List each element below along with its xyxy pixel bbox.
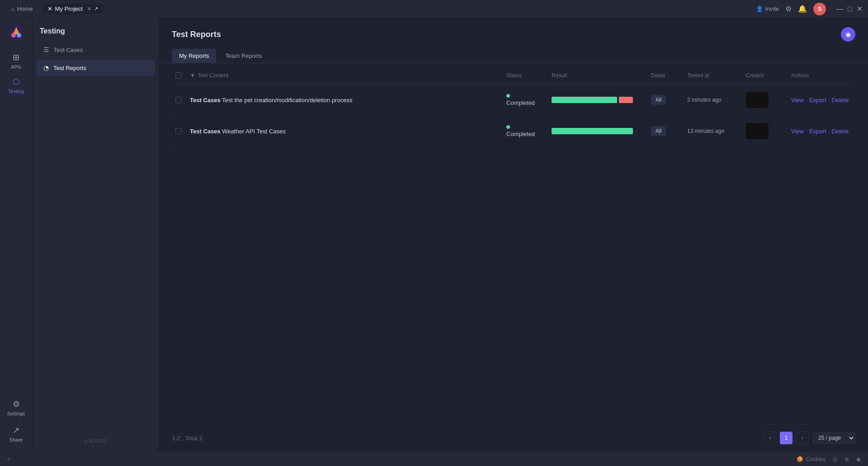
sidebar-item-share[interactable]: ↗ Share — [7, 422, 25, 446]
tab-my-reports[interactable]: My Reports — [172, 49, 216, 63]
test-cases-label: Test Cases — [54, 47, 83, 53]
row2-checkbox-cell — [172, 116, 186, 147]
header-actions: Actions — [788, 67, 855, 85]
cookies-button[interactable]: 🍪 Cookies — [797, 456, 826, 462]
project-tab[interactable]: ✕ My Project ✕ ↗ — [42, 4, 104, 14]
invite-icon: 👤 — [756, 5, 763, 12]
avatar-initial: S — [818, 5, 822, 12]
tab-icon: ✕ — [47, 5, 52, 12]
app-body: ⊞ APIs ⬡ Testing ⚙ Settings ↗ Share Test… — [0, 18, 868, 452]
testing-icon: ⬡ — [13, 77, 20, 87]
row2-view-link[interactable]: View — [791, 128, 804, 135]
table-area: ▼ Test Content Status Result Detail — [159, 63, 868, 424]
test-reports-icon: ◔ — [43, 64, 49, 71]
row1-checkbox[interactable] — [175, 97, 182, 103]
bell-icon[interactable]: 🔔 — [798, 5, 807, 13]
header-result: Result — [548, 67, 647, 85]
collapse-sidebar-button[interactable]: « — [7, 456, 10, 462]
header-detail: Detail — [647, 67, 684, 85]
project-tab-label: My Project — [55, 5, 83, 12]
cookies-icon: 🍪 — [797, 456, 803, 462]
row2-status-dot — [506, 125, 510, 129]
table-row: Test Cases Test the pet creation/modific… — [172, 85, 855, 116]
invite-button[interactable]: 👤 Invite — [756, 5, 779, 12]
header-tested-at: Tested at — [684, 67, 742, 85]
home-icon: ⌂ — [11, 5, 14, 12]
row1-rest-label: Test the pet creation/modification/delet… — [222, 97, 352, 104]
row1-delete-link[interactable]: Delete — [832, 97, 849, 104]
row1-view-link[interactable]: View — [791, 97, 804, 104]
icon-sidebar: ⊞ APIs ⬡ Testing ⚙ Settings ↗ Share — [0, 18, 33, 452]
row1-bold-label: Test Cases — [190, 97, 221, 104]
next-page-button[interactable]: › — [796, 432, 809, 444]
titlebar-right: 👤 Invite ⚙ 🔔 S — □ ✕ — [756, 3, 863, 15]
maximize-button[interactable]: □ — [848, 5, 852, 13]
row2-tested-at: 13 minutes ago — [684, 116, 742, 147]
app-logo[interactable] — [7, 24, 25, 42]
row2-detail-button[interactable]: All — [651, 126, 666, 136]
home-tab-label: Home — [17, 5, 33, 12]
pagination-bar: 1-2 , Total 2 ‹ 1 › 25 / page 50 / page … — [159, 424, 868, 452]
chevron-down-icon[interactable]: ▼ — [190, 72, 195, 79]
test-reports-label: Test Reports — [53, 65, 86, 71]
page-1-button[interactable]: 1 — [780, 432, 793, 444]
close-tab-icon[interactable]: ✕ — [87, 6, 91, 12]
row1-tested-at-text: 2 minutes ago — [687, 97, 721, 103]
row1-creator — [742, 85, 788, 116]
row1-export-link[interactable]: Export — [809, 97, 826, 104]
share-icon: ↗ — [13, 425, 19, 435]
header-avatar[interactable]: ◉ — [841, 27, 855, 42]
row1-bar-green — [552, 97, 617, 103]
status-icon-2[interactable]: ⊕ — [844, 456, 849, 462]
close-button[interactable]: ✕ — [857, 5, 863, 13]
row2-status: Completed — [503, 116, 548, 147]
apis-label: APIs — [11, 64, 21, 70]
row2-delete-link[interactable]: Delete — [832, 128, 849, 135]
window-controls: — □ ✕ — [836, 5, 863, 13]
table-header-row: ▼ Test Content Status Result Detail — [172, 67, 855, 85]
result-header-label: Result — [552, 72, 567, 79]
user-avatar[interactable]: S — [813, 3, 826, 15]
settings-nav-icon: ⚙ — [13, 399, 20, 409]
status-icon-3[interactable]: ◉ — [856, 456, 861, 462]
row2-checkbox[interactable] — [175, 128, 182, 134]
header-avatar-icon: ◉ — [845, 31, 851, 38]
pagination-controls: ‹ 1 › 25 / page 50 / page 100 / page — [764, 432, 855, 444]
row1-action-links: View Export Delete — [791, 97, 852, 104]
status-header-label: Status — [506, 72, 522, 79]
row1-status-dot — [506, 94, 510, 98]
settings-icon[interactable]: ⚙ — [785, 5, 792, 13]
row2-detail: All — [647, 116, 684, 147]
header-checkbox[interactable] — [175, 72, 182, 79]
apidoc-watermark: ⊟ APIDOC — [84, 438, 108, 444]
minimize-button[interactable]: — — [836, 5, 843, 13]
tab-team-reports[interactable]: Team Reports — [218, 49, 269, 63]
row2-export-link[interactable]: Export — [809, 128, 826, 135]
sidebar-item-testing[interactable]: ⬡ Testing — [0, 73, 32, 98]
share-label: Share — [9, 437, 23, 442]
header-creator: Creator — [742, 67, 788, 85]
cookies-label: Cookies — [806, 456, 826, 462]
sidebar-item-apis[interactable]: ⊞ APIs — [0, 49, 32, 73]
detail-header-label: Detail — [651, 72, 665, 79]
row1-actions: View Export Delete — [788, 85, 855, 116]
per-page-select[interactable]: 25 / page 50 / page 100 / page — [812, 432, 855, 444]
prev-page-button[interactable]: ‹ — [764, 432, 776, 444]
status-bar-right: 🍪 Cookies ◎ ⊕ ◉ — [797, 456, 861, 462]
content-header: Test Reports ◉ — [159, 18, 868, 49]
status-bar: « 🍪 Cookies ◎ ⊕ ◉ — [0, 452, 868, 466]
status-icon-1[interactable]: ◎ — [833, 456, 837, 462]
sidebar-footer: ⊟ APIDOC — [33, 431, 159, 452]
home-tab[interactable]: ⌂ Home — [5, 4, 38, 14]
sidebar-nav-test-reports[interactable]: ◔ Test Reports — [36, 60, 155, 76]
testing-label: Testing — [8, 89, 24, 94]
tabs-bar: My Reports Team Reports — [159, 49, 868, 63]
row2-bar-green — [552, 128, 633, 134]
row2-result-bar — [552, 128, 633, 134]
actions-header-label: Actions — [791, 72, 809, 79]
external-link-icon: ↗ — [94, 6, 98, 12]
sidebar-nav-test-cases[interactable]: ☰ Test Cases — [36, 42, 155, 58]
row1-detail-button[interactable]: All — [651, 95, 666, 105]
sidebar-item-settings[interactable]: ⚙ Settings — [7, 395, 25, 420]
test-cases-icon: ☰ — [43, 46, 49, 53]
